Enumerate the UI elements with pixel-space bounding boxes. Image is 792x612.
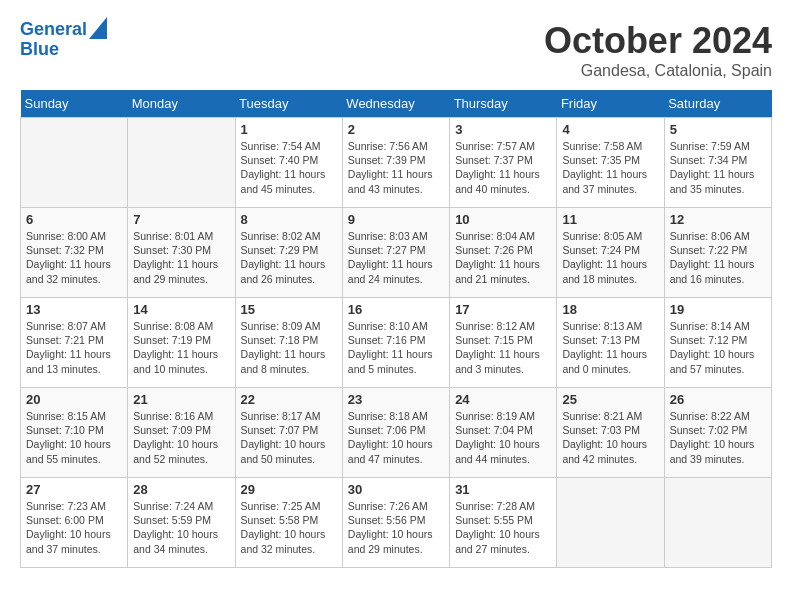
calendar-cell: 28Sunrise: 7:24 AM Sunset: 5:59 PM Dayli… [128, 478, 235, 568]
day-info: Sunrise: 8:18 AM Sunset: 7:06 PM Dayligh… [348, 409, 444, 466]
calendar-week-row: 20Sunrise: 8:15 AM Sunset: 7:10 PM Dayli… [21, 388, 772, 478]
day-number: 18 [562, 302, 658, 317]
day-info: Sunrise: 8:09 AM Sunset: 7:18 PM Dayligh… [241, 319, 337, 376]
day-info: Sunrise: 7:25 AM Sunset: 5:58 PM Dayligh… [241, 499, 337, 556]
day-number: 23 [348, 392, 444, 407]
day-number: 9 [348, 212, 444, 227]
page-header: General Blue October 2024 Gandesa, Catal… [20, 20, 772, 80]
day-info: Sunrise: 8:02 AM Sunset: 7:29 PM Dayligh… [241, 229, 337, 286]
calendar-cell: 21Sunrise: 8:16 AM Sunset: 7:09 PM Dayli… [128, 388, 235, 478]
weekday-header: Friday [557, 90, 664, 118]
day-number: 17 [455, 302, 551, 317]
day-number: 12 [670, 212, 766, 227]
day-number: 31 [455, 482, 551, 497]
day-info: Sunrise: 8:16 AM Sunset: 7:09 PM Dayligh… [133, 409, 229, 466]
day-number: 1 [241, 122, 337, 137]
day-info: Sunrise: 8:03 AM Sunset: 7:27 PM Dayligh… [348, 229, 444, 286]
day-number: 6 [26, 212, 122, 227]
weekday-header: Tuesday [235, 90, 342, 118]
day-info: Sunrise: 7:23 AM Sunset: 6:00 PM Dayligh… [26, 499, 122, 556]
day-number: 24 [455, 392, 551, 407]
day-info: Sunrise: 8:00 AM Sunset: 7:32 PM Dayligh… [26, 229, 122, 286]
calendar-cell: 26Sunrise: 8:22 AM Sunset: 7:02 PM Dayli… [664, 388, 771, 478]
calendar-cell: 3Sunrise: 7:57 AM Sunset: 7:37 PM Daylig… [450, 118, 557, 208]
day-info: Sunrise: 8:15 AM Sunset: 7:10 PM Dayligh… [26, 409, 122, 466]
day-info: Sunrise: 7:58 AM Sunset: 7:35 PM Dayligh… [562, 139, 658, 196]
calendar-cell: 29Sunrise: 7:25 AM Sunset: 5:58 PM Dayli… [235, 478, 342, 568]
day-number: 28 [133, 482, 229, 497]
day-info: Sunrise: 7:56 AM Sunset: 7:39 PM Dayligh… [348, 139, 444, 196]
day-info: Sunrise: 8:21 AM Sunset: 7:03 PM Dayligh… [562, 409, 658, 466]
weekday-header: Thursday [450, 90, 557, 118]
calendar-cell [21, 118, 128, 208]
calendar-cell: 30Sunrise: 7:26 AM Sunset: 5:56 PM Dayli… [342, 478, 449, 568]
weekday-header: Monday [128, 90, 235, 118]
calendar-cell: 9Sunrise: 8:03 AM Sunset: 7:27 PM Daylig… [342, 208, 449, 298]
calendar-cell: 14Sunrise: 8:08 AM Sunset: 7:19 PM Dayli… [128, 298, 235, 388]
day-number: 14 [133, 302, 229, 317]
weekday-header: Sunday [21, 90, 128, 118]
day-number: 26 [670, 392, 766, 407]
day-number: 8 [241, 212, 337, 227]
weekday-header: Saturday [664, 90, 771, 118]
weekday-header-row: SundayMondayTuesdayWednesdayThursdayFrid… [21, 90, 772, 118]
day-info: Sunrise: 8:10 AM Sunset: 7:16 PM Dayligh… [348, 319, 444, 376]
calendar-cell [557, 478, 664, 568]
month-title: October 2024 [544, 20, 772, 62]
calendar-cell: 23Sunrise: 8:18 AM Sunset: 7:06 PM Dayli… [342, 388, 449, 478]
calendar-cell: 12Sunrise: 8:06 AM Sunset: 7:22 PM Dayli… [664, 208, 771, 298]
calendar-cell: 6Sunrise: 8:00 AM Sunset: 7:32 PM Daylig… [21, 208, 128, 298]
day-number: 20 [26, 392, 122, 407]
day-info: Sunrise: 8:17 AM Sunset: 7:07 PM Dayligh… [241, 409, 337, 466]
calendar-cell: 11Sunrise: 8:05 AM Sunset: 7:24 PM Dayli… [557, 208, 664, 298]
day-number: 27 [26, 482, 122, 497]
calendar-table: SundayMondayTuesdayWednesdayThursdayFrid… [20, 90, 772, 568]
calendar-cell: 27Sunrise: 7:23 AM Sunset: 6:00 PM Dayli… [21, 478, 128, 568]
day-number: 7 [133, 212, 229, 227]
day-number: 4 [562, 122, 658, 137]
calendar-week-row: 13Sunrise: 8:07 AM Sunset: 7:21 PM Dayli… [21, 298, 772, 388]
day-number: 11 [562, 212, 658, 227]
calendar-cell: 24Sunrise: 8:19 AM Sunset: 7:04 PM Dayli… [450, 388, 557, 478]
calendar-cell: 7Sunrise: 8:01 AM Sunset: 7:30 PM Daylig… [128, 208, 235, 298]
location-subtitle: Gandesa, Catalonia, Spain [544, 62, 772, 80]
weekday-header: Wednesday [342, 90, 449, 118]
calendar-cell: 20Sunrise: 8:15 AM Sunset: 7:10 PM Dayli… [21, 388, 128, 478]
logo: General Blue [20, 20, 107, 60]
day-number: 21 [133, 392, 229, 407]
day-info: Sunrise: 7:24 AM Sunset: 5:59 PM Dayligh… [133, 499, 229, 556]
day-number: 30 [348, 482, 444, 497]
day-info: Sunrise: 7:26 AM Sunset: 5:56 PM Dayligh… [348, 499, 444, 556]
logo-text: General [20, 20, 87, 40]
day-info: Sunrise: 8:14 AM Sunset: 7:12 PM Dayligh… [670, 319, 766, 376]
calendar-cell: 1Sunrise: 7:54 AM Sunset: 7:40 PM Daylig… [235, 118, 342, 208]
logo-triangle-icon [89, 17, 107, 39]
day-info: Sunrise: 8:19 AM Sunset: 7:04 PM Dayligh… [455, 409, 551, 466]
day-number: 16 [348, 302, 444, 317]
calendar-cell: 13Sunrise: 8:07 AM Sunset: 7:21 PM Dayli… [21, 298, 128, 388]
calendar-cell [128, 118, 235, 208]
day-info: Sunrise: 8:06 AM Sunset: 7:22 PM Dayligh… [670, 229, 766, 286]
day-number: 13 [26, 302, 122, 317]
day-info: Sunrise: 7:59 AM Sunset: 7:34 PM Dayligh… [670, 139, 766, 196]
calendar-cell: 2Sunrise: 7:56 AM Sunset: 7:39 PM Daylig… [342, 118, 449, 208]
title-area: October 2024 Gandesa, Catalonia, Spain [544, 20, 772, 80]
calendar-week-row: 6Sunrise: 8:00 AM Sunset: 7:32 PM Daylig… [21, 208, 772, 298]
calendar-cell: 16Sunrise: 8:10 AM Sunset: 7:16 PM Dayli… [342, 298, 449, 388]
day-number: 3 [455, 122, 551, 137]
calendar-cell: 19Sunrise: 8:14 AM Sunset: 7:12 PM Dayli… [664, 298, 771, 388]
day-number: 25 [562, 392, 658, 407]
day-number: 15 [241, 302, 337, 317]
day-info: Sunrise: 8:07 AM Sunset: 7:21 PM Dayligh… [26, 319, 122, 376]
calendar-cell: 15Sunrise: 8:09 AM Sunset: 7:18 PM Dayli… [235, 298, 342, 388]
day-info: Sunrise: 8:08 AM Sunset: 7:19 PM Dayligh… [133, 319, 229, 376]
calendar-cell: 4Sunrise: 7:58 AM Sunset: 7:35 PM Daylig… [557, 118, 664, 208]
calendar-cell: 31Sunrise: 7:28 AM Sunset: 5:55 PM Dayli… [450, 478, 557, 568]
day-info: Sunrise: 8:01 AM Sunset: 7:30 PM Dayligh… [133, 229, 229, 286]
day-info: Sunrise: 8:05 AM Sunset: 7:24 PM Dayligh… [562, 229, 658, 286]
calendar-cell: 17Sunrise: 8:12 AM Sunset: 7:15 PM Dayli… [450, 298, 557, 388]
calendar-cell: 18Sunrise: 8:13 AM Sunset: 7:13 PM Dayli… [557, 298, 664, 388]
day-info: Sunrise: 8:22 AM Sunset: 7:02 PM Dayligh… [670, 409, 766, 466]
calendar-cell: 10Sunrise: 8:04 AM Sunset: 7:26 PM Dayli… [450, 208, 557, 298]
day-number: 2 [348, 122, 444, 137]
